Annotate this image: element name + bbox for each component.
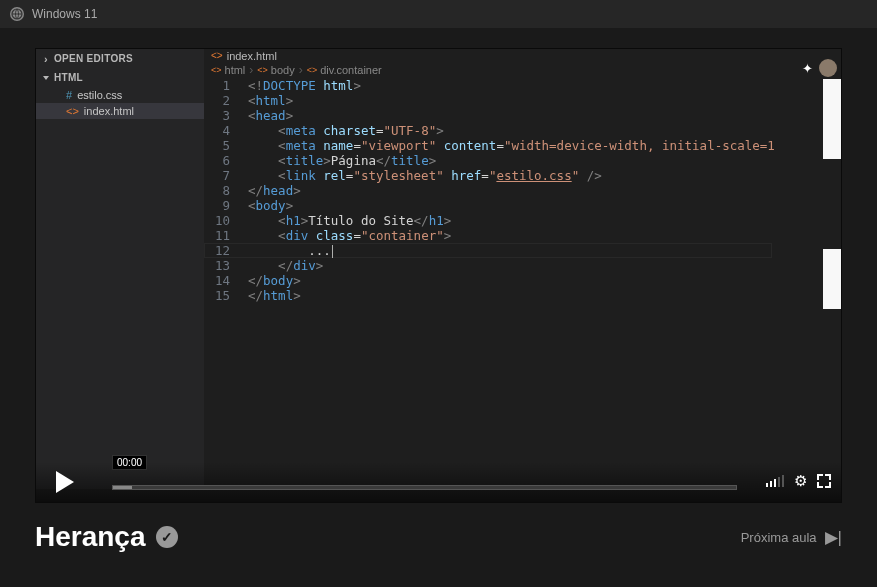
progress-fill (113, 486, 132, 489)
chevron-right-icon: › (299, 63, 303, 77)
next-lesson-button[interactable]: Próxima aula ▶| (741, 527, 842, 548)
folder-section[interactable]: HTML (36, 68, 204, 87)
volume-icon[interactable] (766, 475, 785, 487)
editor-sidebar: OPEN EDITORS HTML # estilo.css <> index.… (36, 49, 204, 489)
tab-label: index.html (227, 50, 277, 62)
editor-right-panel: ✦ (776, 49, 841, 489)
play-button[interactable] (56, 471, 74, 493)
lesson-row: Herança ✓ Próxima aula ▶| (0, 503, 877, 571)
check-icon[interactable]: ✓ (156, 526, 178, 548)
extension-icon[interactable]: ✦ (802, 61, 816, 75)
lesson-title: Herança ✓ (35, 521, 178, 553)
file-item-css[interactable]: # estilo.css (36, 87, 204, 103)
preview-strip (823, 249, 841, 309)
file-item-html[interactable]: <> index.html (36, 103, 204, 119)
html-file-icon: <> (211, 65, 222, 75)
file-label: index.html (84, 105, 134, 117)
html-file-icon: <> (66, 105, 79, 117)
video-controls: ⚙ (36, 462, 841, 502)
line-numbers: 123456789101112131415 (204, 78, 242, 303)
html-file-icon: <> (257, 65, 268, 75)
skip-next-icon: ▶| (825, 527, 842, 548)
progress-bar[interactable] (112, 483, 737, 492)
chevron-right-icon: › (249, 63, 253, 77)
avatar[interactable] (819, 59, 837, 77)
html-file-icon: <> (307, 65, 318, 75)
open-editors-section[interactable]: OPEN EDITORS (36, 49, 204, 68)
html-file-icon: <> (211, 50, 223, 61)
fullscreen-icon[interactable] (817, 474, 831, 488)
os-title: Windows 11 (32, 7, 97, 21)
next-lesson-label: Próxima aula (741, 530, 817, 545)
editor-tab[interactable]: <> index.html (204, 49, 776, 62)
code-editor[interactable]: <> index.html <>html › <>body › <>div.co… (204, 49, 776, 487)
file-label: estilo.css (77, 89, 122, 101)
globe-icon (10, 7, 24, 21)
os-topbar: Windows 11 (0, 0, 877, 28)
gear-icon[interactable]: ⚙ (794, 472, 807, 490)
code-area[interactable]: <!DOCTYPE html><html><head> <meta charse… (248, 78, 776, 303)
video-player[interactable]: OPEN EDITORS HTML # estilo.css <> index.… (35, 48, 842, 503)
breadcrumb[interactable]: <>html › <>body › <>div.container (204, 62, 776, 78)
preview-strip (823, 79, 841, 159)
css-file-icon: # (66, 89, 72, 101)
